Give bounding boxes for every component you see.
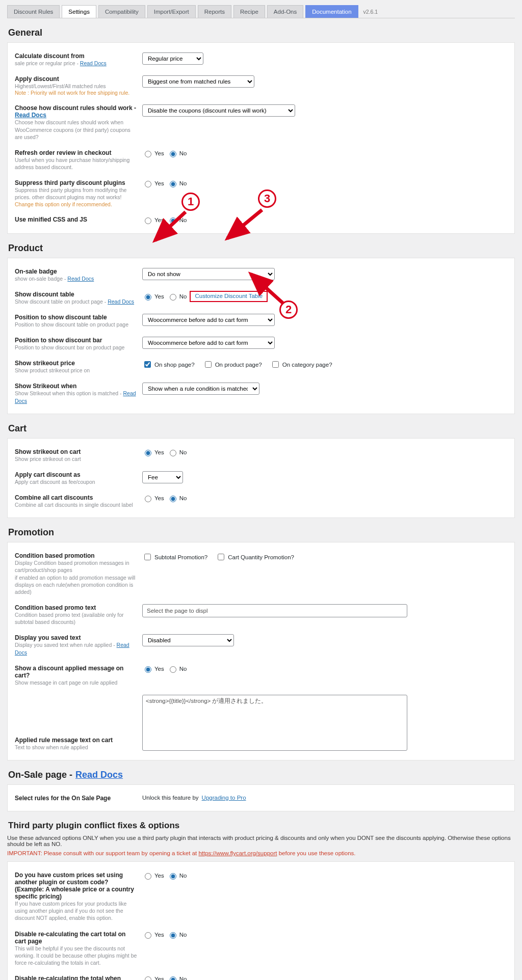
pos-table-select[interactable]: Woocommerce before add to cart form bbox=[142, 314, 275, 326]
combine-label: Combine all cart discounts bbox=[15, 494, 137, 501]
tab-addons[interactable]: Add-Ons bbox=[267, 5, 303, 18]
disc-msg-yes-radio[interactable] bbox=[145, 666, 151, 673]
apply-discount-select[interactable]: Biggest one from matched rules bbox=[142, 75, 254, 88]
applied-msg-label: Applied rule message text on cart bbox=[15, 737, 137, 744]
recalc-cart-label: Disable re-calculating the cart total on… bbox=[15, 931, 137, 945]
support-link[interactable]: https://www.flycart.org/support bbox=[198, 850, 277, 856]
panel-third-party: Do you have custom prices set using anot… bbox=[7, 861, 515, 980]
apply-as-select[interactable]: Fee bbox=[142, 471, 183, 483]
third-party-info: Use these advanced options ONLY when you… bbox=[7, 835, 515, 847]
cart-qty-promo-checkbox[interactable] bbox=[218, 554, 224, 560]
tab-import-export[interactable]: Import/Export bbox=[147, 5, 196, 18]
subtotal-promo-checkbox[interactable] bbox=[144, 554, 151, 560]
cond-promo-label: Condition based promotion bbox=[15, 552, 137, 559]
custom-prices-yes-radio[interactable] bbox=[145, 873, 151, 880]
saved-text-select[interactable]: Disabled bbox=[142, 634, 234, 646]
svg-line-1 bbox=[227, 210, 262, 238]
show-table-docs-link[interactable]: Read Docs bbox=[108, 298, 134, 305]
calc-from-docs-link[interactable]: Read Docs bbox=[80, 60, 107, 66]
strike-product-checkbox[interactable] bbox=[205, 361, 212, 368]
strike-cart-no-radio[interactable] bbox=[170, 450, 176, 456]
tab-settings[interactable]: Settings bbox=[62, 5, 96, 18]
onsale-badge-label: On-sale badge bbox=[15, 268, 137, 275]
saved-text-label: Display you saved text bbox=[15, 634, 137, 641]
strike-when-label: Show Strikeout when bbox=[15, 383, 137, 390]
recalc-cart-yes-radio[interactable] bbox=[145, 932, 151, 939]
recalc-cart-no-radio[interactable] bbox=[170, 932, 176, 939]
recalc-coupon-no-radio[interactable] bbox=[170, 976, 176, 980]
tab-discount-rules[interactable]: Discount Rules bbox=[7, 5, 60, 18]
calc-from-label: Calculate discount from bbox=[15, 52, 137, 60]
strike-price-label: Show strikeout price bbox=[15, 360, 137, 367]
refresh-yes-radio[interactable] bbox=[145, 151, 151, 157]
show-table-no-radio[interactable] bbox=[170, 294, 176, 301]
section-title-promotion: Promotion bbox=[8, 527, 515, 538]
suppress-warn: Change this option only if recommended. bbox=[15, 201, 137, 207]
disc-msg-no-radio[interactable] bbox=[170, 666, 176, 673]
apply-discount-label: Apply discount bbox=[15, 75, 137, 83]
tabs-bar: Discount Rules Settings Compatibility Im… bbox=[7, 5, 515, 18]
onsale-docs-link[interactable]: Read Docs bbox=[75, 770, 123, 780]
svg-line-2 bbox=[251, 274, 283, 304]
strike-cart-yes-radio[interactable] bbox=[145, 450, 151, 456]
section-title-third-party: Third party plugin conflict fixes & opti… bbox=[8, 821, 515, 831]
suppress-yes-radio[interactable] bbox=[145, 181, 151, 187]
panel-onsale: Select rules for the On Sale Page Unlock… bbox=[7, 784, 515, 811]
pos-table-label: Position to show discount table bbox=[15, 314, 137, 321]
upgrade-pro-link[interactable]: Upgrading to Pro bbox=[202, 795, 246, 801]
recalc-coupon-yes-radio[interactable] bbox=[145, 976, 151, 980]
annotation-2-arrow bbox=[246, 270, 292, 311]
panel-promotion: Condition based promotion Display Condit… bbox=[7, 542, 515, 760]
custom-prices-no-radio[interactable] bbox=[170, 873, 176, 880]
recalc-coupon-label: Disable re-calculating the total when ap… bbox=[15, 975, 137, 980]
annotation-3-arrow bbox=[221, 207, 267, 248]
suppress-no-radio[interactable] bbox=[170, 181, 176, 187]
cond-text-select[interactable]: Select the page to displ bbox=[142, 604, 407, 617]
combine-no-radio[interactable] bbox=[170, 496, 176, 502]
custom-prices-label: Do you have custom prices set using anot… bbox=[15, 872, 137, 900]
refresh-no-radio[interactable] bbox=[170, 151, 176, 157]
applied-msg-textarea[interactable] bbox=[142, 695, 407, 751]
pos-bar-label: Position to show discount bar bbox=[15, 337, 137, 344]
combine-yes-radio[interactable] bbox=[145, 496, 151, 502]
pos-bar-select[interactable]: Woocommerce before add to cart form bbox=[142, 337, 275, 349]
section-title-general: General bbox=[8, 28, 515, 38]
show-table-label: Show discount table bbox=[15, 291, 137, 298]
tab-reports[interactable]: Reports bbox=[198, 5, 231, 18]
calc-from-select[interactable]: Regular price bbox=[142, 52, 203, 65]
section-title-onsale: On-Sale page - Read Docs bbox=[8, 770, 515, 780]
third-party-important: IMPORTANT: Please consult with our suppo… bbox=[7, 850, 515, 856]
svg-line-0 bbox=[155, 212, 186, 240]
tab-documentation[interactable]: Documentation bbox=[305, 5, 358, 18]
version-label: v2.6.1 bbox=[360, 6, 381, 18]
apply-discount-note: Note : Priority will not work for free s… bbox=[15, 90, 137, 96]
tab-compatibility[interactable]: Compatibility bbox=[98, 5, 145, 18]
panel-general: Calculate discount from sale price or re… bbox=[7, 42, 515, 234]
tab-recipe[interactable]: Recipe bbox=[233, 5, 265, 18]
strike-category-checkbox[interactable] bbox=[272, 361, 279, 368]
annotation-1-arrow bbox=[150, 209, 191, 250]
rules-work-docs-link[interactable]: Read Docs bbox=[15, 112, 46, 119]
rules-work-select[interactable]: Disable the coupons (discount rules will… bbox=[142, 104, 295, 117]
strike-cart-label: Show strikeout on cart bbox=[15, 448, 137, 455]
strike-when-select[interactable]: Show when a rule condition is matched bbox=[142, 383, 259, 395]
refresh-label: Refresh order review in checkout bbox=[15, 149, 137, 156]
show-table-yes-radio[interactable] bbox=[145, 294, 151, 301]
strike-shop-checkbox[interactable] bbox=[144, 361, 151, 368]
section-title-cart: Cart bbox=[8, 423, 515, 434]
suppress-label: Suppress third party discount plugins bbox=[15, 179, 137, 186]
onsale-badge-docs-link[interactable]: Read Docs bbox=[67, 276, 94, 282]
cond-text-label: Condition based promo text bbox=[15, 604, 137, 611]
apply-as-label: Apply cart discount as bbox=[15, 471, 137, 478]
onsale-select-label: Select rules for the On Sale Page bbox=[15, 795, 137, 802]
minify-label: Use minified CSS and JS bbox=[15, 216, 137, 223]
disc-msg-label: Show a discount applied message on cart? bbox=[15, 665, 137, 679]
panel-cart: Show strikeout on cart Show price strike… bbox=[7, 438, 515, 519]
